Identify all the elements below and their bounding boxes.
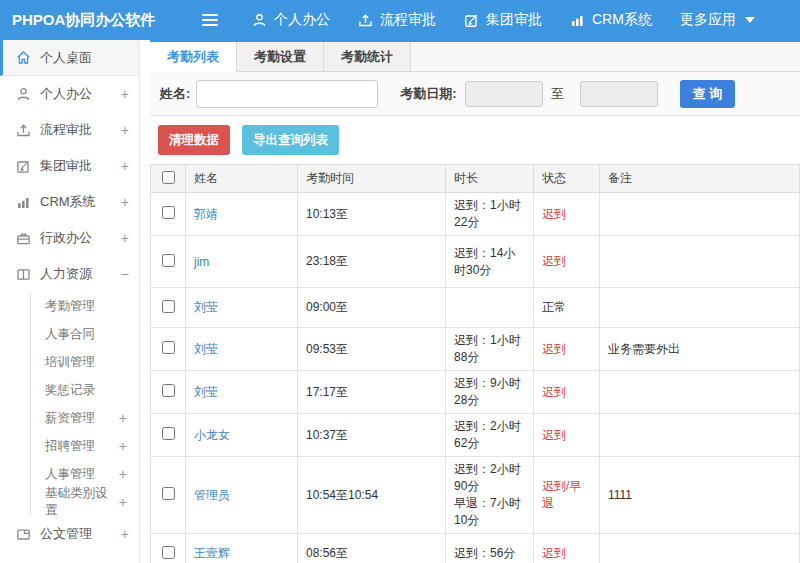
duration: 迟到：1小时22分 [446, 193, 534, 236]
duration: 迟到：2小时90分 早退：7小时10分 [446, 457, 534, 534]
sidebar-item-vehicle-management[interactable]: 用车管理 + [0, 552, 139, 563]
employee-name-link[interactable]: 王壹辉 [186, 534, 298, 563]
row-checkbox[interactable] [162, 206, 175, 219]
row-checkbox[interactable] [162, 427, 175, 440]
employee-name-link[interactable]: 刘莹 [186, 288, 298, 328]
status-badge: 迟到/早退 [534, 457, 600, 534]
table-row: 小龙女 10:37至 迟到：2小时62分 迟到 [151, 414, 800, 457]
sidebar-subitem-label: 招聘管理 [45, 438, 119, 455]
row-checkbox[interactable] [162, 254, 175, 267]
person-icon [252, 13, 267, 28]
expand-plus-icon[interactable]: + [121, 194, 129, 210]
row-checkbox[interactable] [162, 300, 175, 313]
sidebar-subitem-label: 人事管理 [45, 466, 119, 483]
export-list-button[interactable]: 导出查询列表 [242, 125, 339, 155]
select-all-checkbox[interactable] [162, 171, 175, 184]
employee-name-link[interactable]: 小龙女 [186, 414, 298, 457]
duration: 迟到：9小时28分 [446, 371, 534, 414]
employee-name-link[interactable]: 刘莹 [186, 371, 298, 414]
date-to-input[interactable] [580, 81, 658, 107]
attendance-time: 10:54至10:54 [298, 457, 446, 534]
sidebar-item-crm-system[interactable]: CRM系统 + [0, 184, 139, 220]
sidebar-subitem-personnel-management[interactable]: 人事管理 + [31, 460, 139, 488]
table-header-row: 姓名 考勤时间 时长 状态 备注 [151, 165, 800, 193]
bar-chart-icon [570, 13, 585, 28]
nav-item-crm-system[interactable]: CRM系统 [570, 11, 652, 29]
sidebar-subitem-hr-contracts[interactable]: 人事合同 [31, 320, 139, 348]
duration: 迟到：14小时30分 [446, 236, 534, 288]
attendance-time: 23:18至 [298, 236, 446, 288]
tab-attendance-statistics[interactable]: 考勤统计 [324, 42, 411, 71]
sidebar-subitem-reward-punishment[interactable]: 奖惩记录 [31, 376, 139, 404]
status-badge: 正常 [534, 288, 600, 328]
nav-item-workflow-approval[interactable]: 流程审批 [358, 11, 436, 29]
expand-plus-icon[interactable]: + [119, 438, 127, 454]
expand-plus-icon[interactable]: + [119, 410, 127, 426]
search-button[interactable]: 查 询 [680, 80, 736, 108]
name-input[interactable] [196, 80, 378, 108]
nav-label: 集团审批 [486, 11, 542, 29]
employee-name-link[interactable]: 郭靖 [186, 193, 298, 236]
sidebar-subitem-label: 奖惩记录 [45, 382, 127, 399]
row-checkbox[interactable] [162, 384, 175, 397]
expand-plus-icon[interactable]: + [121, 526, 129, 542]
row-checkbox[interactable] [162, 341, 175, 354]
nav-item-group-approval[interactable]: 集团审批 [464, 11, 542, 29]
sidebar-subitem-attendance-management[interactable]: 考勤管理 [31, 292, 139, 320]
sidebar-item-group-approval[interactable]: 集团审批 + [0, 148, 139, 184]
collapse-minus-icon[interactable]: − [121, 266, 129, 282]
bar-chart-icon [16, 195, 31, 210]
sidebar-item-admin-office[interactable]: 行政办公 + [0, 220, 139, 256]
expand-plus-icon[interactable]: + [121, 158, 129, 174]
nav-item-more-apps[interactable]: 更多应用 [680, 11, 755, 29]
expand-plus-icon[interactable]: + [121, 86, 129, 102]
expand-plus-icon[interactable]: + [119, 494, 127, 510]
hr-submenu: 考勤管理 人事合同 培训管理 奖惩记录 薪资管理 + 招聘管理 + 人事管理 + [30, 292, 139, 516]
tab-attendance-settings[interactable]: 考勤设置 [237, 42, 324, 71]
sidebar-subitem-basic-category-settings[interactable]: 基础类别设置 + [31, 488, 139, 516]
status-badge: 迟到 [534, 236, 600, 288]
sidebar-item-personal-desktop[interactable]: 个人桌面 [0, 40, 139, 76]
top-nav: 个人办公 流程审批 集团审批 CRM系统 更多应用 [252, 11, 755, 29]
sidebar-item-human-resources[interactable]: 人力资源 − [0, 256, 139, 292]
sidebar-item-label: 行政办公 [40, 229, 121, 247]
tab-attendance-list[interactable]: 考勤列表 [150, 42, 237, 72]
sidebar-subitem-training-management[interactable]: 培训管理 [31, 348, 139, 376]
employee-name-link[interactable]: 管理员 [186, 457, 298, 534]
table-row: 管理员 10:54至10:54 迟到：2小时90分 早退：7小时10分 迟到/早… [151, 457, 800, 534]
hamburger-menu-icon[interactable] [202, 14, 218, 26]
col-header-time: 考勤时间 [298, 165, 446, 193]
expand-plus-icon[interactable]: + [119, 466, 127, 482]
date-from-input[interactable] [465, 81, 543, 107]
clean-data-button[interactable]: 清理数据 [158, 125, 230, 155]
sidebar-item-workflow-approval[interactable]: 流程审批 + [0, 112, 139, 148]
duration [446, 288, 534, 328]
caret-down-icon [745, 17, 755, 23]
sidebar-subitem-salary-management[interactable]: 薪资管理 + [31, 404, 139, 432]
note [600, 414, 800, 457]
sidebar-item-label: 个人办公 [40, 85, 121, 103]
nav-label: CRM系统 [592, 11, 652, 29]
employee-name-link[interactable]: 刘莹 [186, 328, 298, 371]
employee-name-link[interactable]: jim [186, 236, 298, 288]
sidebar-subitem-label: 考勤管理 [45, 298, 127, 315]
duration: 迟到：2小时62分 [446, 414, 534, 457]
sidebar-subitem-recruitment-management[interactable]: 招聘管理 + [31, 432, 139, 460]
expand-plus-icon[interactable]: + [121, 122, 129, 138]
attendance-time: 08:56至 [298, 534, 446, 563]
sidebar: 个人桌面 个人办公 + 流程审批 + 集团审批 + CRM系统 + 行政办公 + [0, 40, 140, 563]
filter-bar: 姓名: 考勤日期: 至 查 询 [150, 72, 800, 116]
sidebar-subitem-label: 培训管理 [45, 354, 127, 371]
sidebar-item-document-management[interactable]: 公文管理 + [0, 516, 139, 552]
main-content: 考勤列表 考勤设置 考勤统计 姓名: 考勤日期: 至 查 询 清理数据 导出查询… [150, 40, 800, 563]
nav-label: 更多应用 [680, 11, 736, 29]
attendance-date-label: 考勤日期: [400, 85, 456, 103]
nav-item-personal-office[interactable]: 个人办公 [252, 11, 330, 29]
flow-icon [16, 123, 31, 138]
attendance-time: 09:53至 [298, 328, 446, 371]
expand-plus-icon[interactable]: + [121, 230, 129, 246]
sidebar-item-personal-office[interactable]: 个人办公 + [0, 76, 139, 112]
sidebar-subitem-label: 薪资管理 [45, 410, 119, 427]
row-checkbox[interactable] [162, 487, 175, 500]
row-checkbox[interactable] [162, 546, 175, 559]
